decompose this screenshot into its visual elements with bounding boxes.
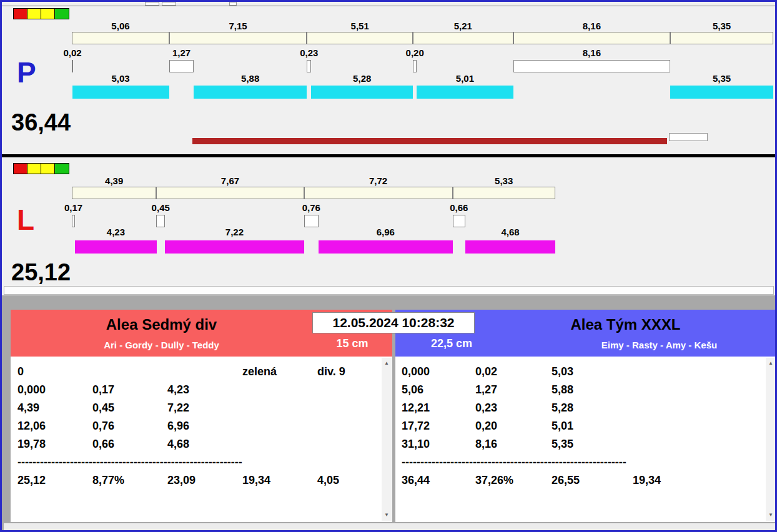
change-time-label: 0,76 (302, 202, 320, 213)
team-panel-left: Alea Sedmý div Ari - Gordy - Dully - Ted… (11, 310, 392, 522)
team-left-results-table: ▲ ▼ 0zelenádiv. 90,0000,174,234,390,457,… (11, 357, 392, 522)
split-time-label: 5,51 (351, 21, 369, 31)
table-cell: 36,44 (402, 474, 430, 487)
split-time-label: 8,16 (583, 21, 601, 31)
team-right-results-table: ▲ ▼ 0,0000,025,035,061,275,8812,210,235,… (395, 357, 776, 522)
split-bar (513, 32, 670, 44)
table-cell: 4,05 (317, 474, 339, 487)
table-cell: 5,88 (552, 383, 573, 397)
run-bar (417, 86, 513, 99)
table-row: 36,4437,26%26,5519,34 (395, 474, 776, 489)
scroll-down-icon[interactable]: ▼ (766, 511, 776, 520)
split-time-label: 5,06 (111, 21, 129, 31)
run-time-label: 5,01 (456, 73, 474, 84)
split-bar (307, 32, 413, 44)
table-cell: zelená (242, 365, 277, 378)
table-cell: ----------------------------------------… (17, 456, 242, 469)
split-time-label: 7,15 (229, 21, 247, 31)
table-row: 12,060,766,96 (11, 420, 392, 435)
change-time-label: 0,66 (450, 202, 468, 213)
table-cell: 19,34 (633, 474, 661, 487)
table-cell: 0,02 (475, 365, 497, 378)
run-time-label: 6,96 (377, 227, 395, 237)
table-cell: 12,06 (17, 420, 46, 433)
table-row: 31,108,165,35 (395, 438, 776, 453)
table-cell: 23,09 (167, 474, 195, 487)
run-time-label: 5,88 (241, 73, 259, 84)
run-bar (319, 240, 452, 254)
change-box (156, 215, 165, 227)
split-time-label: 4,39 (105, 175, 123, 186)
split-bar (670, 32, 773, 44)
change-time-label: 8,16 (583, 47, 601, 58)
scroll-down-icon[interactable]: ▼ (382, 511, 392, 520)
table-cell: 25,12 (17, 474, 46, 487)
change-time-label: 0,45 (152, 202, 170, 213)
table-cell: 19,78 (17, 438, 46, 451)
change-box (413, 60, 417, 72)
lane-divider (2, 154, 775, 157)
split-bar (169, 32, 307, 44)
run-bar (194, 86, 307, 99)
table-row: 25,128,77%23,0919,344,05 (11, 474, 392, 489)
table-cell: 0 (17, 365, 24, 378)
run-time-label: 4,23 (107, 227, 125, 237)
window-tab[interactable] (145, 2, 159, 6)
window-tab[interactable] (229, 2, 237, 6)
run-bar (72, 86, 169, 99)
run-time-label: 7,22 (225, 227, 244, 237)
split-bar (72, 32, 169, 44)
table-cell: 0,000 (402, 365, 430, 378)
change-time-label: 0,17 (64, 202, 82, 213)
split-bar (304, 187, 453, 199)
table-row: 19,780,664,68 (11, 438, 392, 453)
run-bar (75, 240, 156, 254)
change-time-label: 0,20 (406, 47, 424, 58)
split-time-label: 5,35 (713, 21, 731, 31)
change-time-label: 0,23 (300, 47, 318, 58)
table-cell: 0,66 (92, 438, 114, 451)
table-row: 12,210,235,28 (395, 401, 776, 416)
table-row: 4,390,457,22 (11, 401, 392, 416)
team-right-name: Alea Tým XXXL (475, 316, 776, 333)
traffic-lights (13, 8, 69, 19)
traffic-light-cell (41, 164, 55, 174)
flyball-timing-window: P 36,44 5,060,025,037,151,275,885,510,23… (0, 0, 777, 532)
run-time-label: 5,03 (112, 73, 130, 84)
team-right-jump-height: 22,5 cm (405, 337, 498, 350)
table-row: 5,061,275,88 (395, 383, 776, 398)
split-bar (453, 187, 555, 199)
table-cell: 31,10 (402, 438, 430, 451)
lane-p-total-time: 36,44 (11, 111, 71, 134)
table-cell: 26,55 (552, 474, 580, 487)
table-cell: 5,35 (552, 438, 573, 451)
table-cell: 6,96 (167, 420, 189, 433)
team-right-members: Eimy - Rasty - Amy - Kešu (548, 340, 770, 350)
table-cell: 0,20 (475, 420, 497, 433)
split-time-label: 7,72 (369, 175, 387, 186)
table-cell: 7,22 (167, 401, 189, 415)
run-time-label: 5,28 (353, 73, 371, 84)
table-cell: 4,23 (167, 383, 189, 397)
run-bar (465, 240, 555, 254)
traffic-light-cell (41, 9, 55, 19)
window-tab[interactable] (162, 2, 176, 6)
change-box (453, 215, 465, 227)
split-bar (413, 32, 513, 44)
table-cell: 8,16 (475, 438, 497, 451)
table-cell: 1,27 (475, 383, 497, 397)
table-row: 17,720,205,01 (395, 420, 776, 435)
table-cell: 0,000 (17, 383, 46, 397)
team-left-name: Alea Sedmý div (11, 316, 312, 333)
table-row: 0,0000,025,03 (395, 365, 776, 380)
split-time-label: 7,67 (221, 175, 239, 186)
split-bar (156, 187, 304, 199)
lane-panel-l: L 25,12 4,390,174,237,670,457,227,720,76… (2, 158, 775, 295)
team-left-members: Ari - Gordy - Dully - Teddy (11, 340, 312, 350)
change-box (307, 60, 311, 72)
change-box (72, 215, 75, 227)
table-cell: 0,17 (92, 383, 114, 397)
change-time-label: 1,27 (172, 47, 191, 58)
table-cell: 0,45 (92, 401, 114, 415)
table-cell: 4,68 (167, 438, 189, 451)
